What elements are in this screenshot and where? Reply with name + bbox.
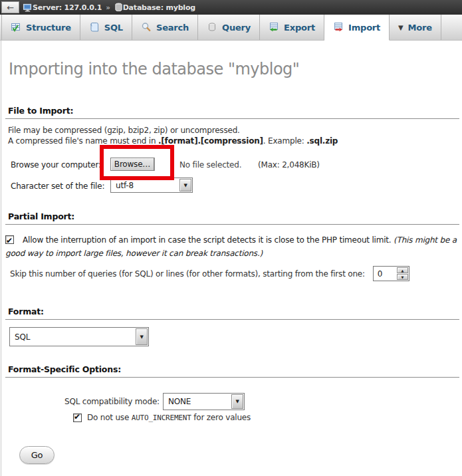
breadcrumb-separator: » [106, 3, 110, 12]
allow-interruption-row: ✔Allow the interruption of an import in … [5, 233, 459, 260]
allow-interruption-label: Allow the interruption of an import in c… [23, 235, 394, 245]
breadcrumb-database[interactable]: Database: myblog [123, 3, 195, 12]
page-title: Importing into the database "myblog" [9, 60, 299, 78]
no-file-selected-text: No file selected. [179, 160, 241, 170]
checkmark-icon: ✔ [74, 412, 80, 421]
dropdown-arrow-icon: ▼ [231, 394, 243, 409]
skip-queries-stepper[interactable]: ▲ ▼ [373, 266, 409, 281]
spinner-up-button[interactable]: ▲ [397, 267, 408, 273]
sql-compatibility-selected-value: NONE [164, 397, 231, 406]
tab-bar: Structure SQL Search [0, 15, 462, 41]
tab-label: SQL [104, 23, 123, 33]
section-heading-file-to-import: File to Import: [5, 106, 459, 119]
browse-label: Browse your computer: [11, 160, 101, 170]
dropdown-arrow-icon: ▼ [179, 179, 191, 191]
auto-increment-label: Do not use AUTO_INCREMENT for zero value… [87, 413, 251, 422]
sql-compatibility-label: SQL compatibility mode: [64, 393, 160, 410]
sql-compatibility-row: SQL compatibility mode: [64, 393, 160, 410]
tab-label: Export [284, 23, 315, 33]
tab-label: Query [222, 23, 251, 33]
query-icon [207, 22, 217, 33]
dropdown-arrow-icon: ▼ [136, 328, 148, 345]
charset-selected-value: utf-8 [111, 181, 179, 190]
file-info-line2: A compressed file's name must end in .[f… [8, 136, 338, 146]
skip-queries-row: Skip this number of queries (for SQL) or… [10, 266, 455, 281]
tab-sql[interactable]: SQL [80, 15, 132, 40]
tab-label: Search [156, 23, 189, 33]
go-button[interactable]: Go [19, 446, 55, 464]
browse-button[interactable]: Browse… [110, 158, 154, 171]
charset-select[interactable]: utf-8 ▼ [110, 178, 193, 193]
max-size-text: (Max: 2,048KiB) [258, 160, 320, 170]
auto-increment-checkbox[interactable]: ✔ [73, 414, 82, 422]
auto-increment-row: ✔ Do not use AUTO_INCREMENT for zero val… [73, 413, 251, 422]
tab-search[interactable]: Search [132, 15, 198, 40]
export-icon [269, 22, 279, 33]
back-button[interactable]: ← [1, 1, 19, 13]
section-heading-partial-import: Partial Import: [5, 211, 459, 225]
file-info-line1: File may be compressed (gzip, bzip2, zip… [8, 126, 240, 135]
format-select[interactable]: SQL ▼ [9, 327, 149, 346]
database-icon [114, 3, 123, 12]
structure-icon [11, 22, 21, 33]
import-icon [333, 22, 344, 33]
chevron-down-icon: ▼ [398, 24, 404, 31]
breadcrumb-server[interactable]: Server: 127.0.0.1 [33, 3, 102, 12]
tab-import[interactable]: Import [324, 15, 390, 41]
left-arrow-icon: ← [7, 3, 14, 13]
checkmark-icon: ✔ [6, 234, 13, 247]
breadcrumb: ← Server: 127.0.0.1 » Database: myblog [0, 0, 462, 15]
format-selected-value: SQL [10, 332, 135, 342]
tab-export[interactable]: Export [260, 15, 324, 40]
section-heading-format: Format: [5, 306, 459, 320]
sql-icon [89, 22, 100, 33]
section-heading-format-specific-options: Format-Specific Options: [5, 364, 459, 378]
allow-interruption-checkbox[interactable]: ✔ [5, 235, 14, 244]
skip-queries-label: Skip this number of queries (for SQL) or… [10, 269, 365, 279]
tab-label: Structure [26, 23, 71, 33]
sql-compatibility-select[interactable]: NONE ▼ [163, 393, 245, 410]
tab-structure[interactable]: Structure [1, 15, 80, 40]
content-border [1, 41, 1, 476]
tab-label: Import [348, 23, 380, 33]
tab-query[interactable]: Query [198, 15, 260, 40]
spinner-down-button[interactable]: ▼ [397, 274, 408, 280]
tab-more[interactable]: ▼ More [390, 15, 441, 40]
phpmyadmin-import-page: ← Server: 127.0.0.1 » Database: myblog [0, 0, 462, 476]
skip-queries-input[interactable] [374, 267, 396, 281]
server-icon [23, 3, 33, 13]
tab-label: More [408, 23, 432, 33]
search-icon [141, 22, 152, 33]
charset-label: Character set of the file: [11, 181, 104, 191]
